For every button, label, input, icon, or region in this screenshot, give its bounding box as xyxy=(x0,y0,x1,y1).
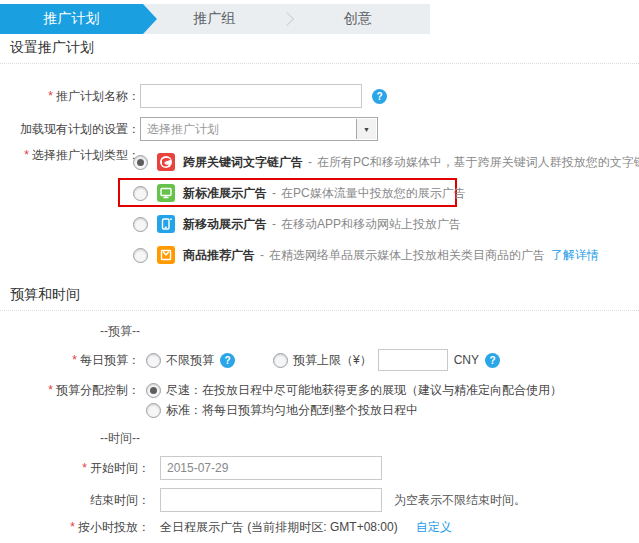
budget-group-label: --预算-- xyxy=(100,322,140,340)
required-marker: * xyxy=(70,520,75,534)
time-group-label: --时间-- xyxy=(100,429,140,447)
globe-icon xyxy=(157,153,175,171)
tab-campaign[interactable]: 推广计划 xyxy=(0,4,143,34)
radio-allocation-asap[interactable] xyxy=(146,383,161,398)
tab-adgroup-label: 推广组 xyxy=(194,10,236,28)
daily-budget-label: 每日预算： xyxy=(80,352,140,369)
load-existing-select[interactable]: 选择推广计划 ▼ xyxy=(140,117,378,141)
hourly-delivery-label: 按小时投放： xyxy=(78,519,150,536)
tab-adgroup[interactable]: 推广组 xyxy=(143,4,286,34)
plan-type-option-crossscreen: 跨屏关键词文字链广告 - 在所有PC和移动媒体中，基于跨屏关键词人群投放您的文字… xyxy=(133,151,639,173)
plan-type-label-row: * 选择推广计划类型： xyxy=(0,146,140,164)
radio-mobile-display[interactable] xyxy=(133,217,148,232)
budget-allocation-label: 预算分配控制： xyxy=(56,382,140,399)
radio-crossscreen[interactable] xyxy=(133,155,148,170)
option-name: 商品推荐广告 xyxy=(183,247,255,264)
radio-unlimited-budget[interactable] xyxy=(146,353,161,368)
package-icon xyxy=(157,246,175,264)
radio-budget-cap[interactable] xyxy=(273,353,288,368)
required-marker: * xyxy=(24,148,29,162)
step-tabs: 推广计划 推广组 创意 xyxy=(0,4,430,34)
required-marker: * xyxy=(72,353,77,367)
allocation-standard-label: 标准：将每日预算均匀地分配到整个投放日程中 xyxy=(166,402,418,419)
unlimited-budget-label: 不限预算 xyxy=(166,352,214,369)
required-marker: * xyxy=(48,383,53,397)
help-icon[interactable]: ? xyxy=(220,353,235,368)
active-step-arrow-icon xyxy=(143,4,157,34)
dropdown-arrow-icon[interactable]: ▼ xyxy=(356,119,376,139)
learn-more-link[interactable]: 了解详情 xyxy=(551,247,599,264)
radio-standard-display[interactable] xyxy=(133,186,148,201)
budget-allocation-row: * 预算分配控制： 尽速：在投放日程中尽可能地获得更多的展现（建议与精准定向配合… xyxy=(0,380,562,420)
campaign-setup-page: 推广计划 推广组 创意 设置推广计划 * 推广计划名称： ? 加载现有计划的设置… xyxy=(0,0,639,543)
help-icon[interactable]: ? xyxy=(372,89,387,104)
load-existing-label: 加载现有计划的设置： xyxy=(0,121,140,138)
option-separator: - xyxy=(272,217,276,231)
daily-budget-row: * 每日预算： 不限预算 ? 预算上限（¥） CNY ? xyxy=(0,348,500,372)
end-time-row: 结束时间： 为空表示不限结束时间。 xyxy=(0,488,526,512)
monitor-icon xyxy=(157,184,175,202)
required-marker: * xyxy=(48,89,53,103)
option-separator: - xyxy=(308,155,312,169)
load-existing-row: 加载现有计划的设置： 选择推广计划 ▼ xyxy=(0,117,378,141)
option-name: 新标准展示广告 xyxy=(183,185,267,202)
option-description: 在移动APP和移动网站上投放广告 xyxy=(281,216,461,233)
plan-name-input[interactable] xyxy=(140,84,362,108)
load-existing-selected-value: 选择推广计划 xyxy=(147,121,219,138)
plan-name-row: * 推广计划名称： ? xyxy=(0,84,387,108)
option-description: 在所有PC和移动媒体中，基于跨屏关键词人群投放您的文字链广告 xyxy=(317,154,639,171)
plan-name-label: 推广计划名称： xyxy=(56,88,140,105)
customize-link[interactable]: 自定义 xyxy=(416,519,452,536)
option-name: 新移动展示广告 xyxy=(183,216,267,233)
required-marker: * xyxy=(82,461,87,475)
tab-creative[interactable]: 创意 xyxy=(286,4,429,34)
help-icon[interactable]: ? xyxy=(485,353,500,368)
radio-product[interactable] xyxy=(133,248,148,263)
plan-type-option-mobile-display: 新移动展示广告 - 在移动APP和移动网站上投放广告 xyxy=(133,213,461,235)
option-description: 在精选网络单品展示媒体上投放相关类目商品的广告 xyxy=(269,247,545,264)
plan-type-label: 选择推广计划类型： xyxy=(32,147,140,164)
section-title-setup: 设置推广计划 xyxy=(0,39,639,64)
option-separator: - xyxy=(272,186,276,200)
start-time-row: * 开始时间： xyxy=(0,456,382,480)
start-time-input[interactable] xyxy=(160,456,382,480)
radio-allocation-standard[interactable] xyxy=(146,403,161,418)
start-time-label: 开始时间： xyxy=(90,460,150,477)
tab-creative-label: 创意 xyxy=(344,10,372,28)
option-name: 跨屏关键词文字链广告 xyxy=(183,154,303,171)
tab-campaign-label: 推广计划 xyxy=(44,10,100,28)
hourly-delivery-text: 全日程展示广告 (当前排期时区: GMT+08:00) xyxy=(160,519,398,536)
plan-type-option-product: 商品推荐广告 - 在精选网络单品展示媒体上投放相关类目商品的广告 了解详情 xyxy=(133,244,599,266)
currency-label: CNY xyxy=(454,353,479,367)
phone-icon xyxy=(157,215,175,233)
option-separator: - xyxy=(260,248,264,262)
end-time-input[interactable] xyxy=(160,488,382,512)
budget-cap-input[interactable] xyxy=(378,349,448,371)
budget-cap-label: 预算上限（¥） xyxy=(293,352,372,369)
allocation-asap-label: 尽速：在投放日程中尽可能地获得更多的展现（建议与精准定向配合使用） xyxy=(166,382,562,399)
plan-type-option-standard-display: 新标准展示广告 - 在PC媒体流量中投放您的展示广告 xyxy=(133,182,466,204)
end-time-label: 结束时间： xyxy=(0,492,150,509)
end-time-note: 为空表示不限结束时间。 xyxy=(394,492,526,509)
hourly-delivery-row: * 按小时投放： 全日程展示广告 (当前排期时区: GMT+08:00) 自定义 xyxy=(0,517,452,537)
option-description: 在PC媒体流量中投放您的展示广告 xyxy=(281,185,466,202)
section-title-budget-time: 预算和时间 xyxy=(0,286,639,311)
